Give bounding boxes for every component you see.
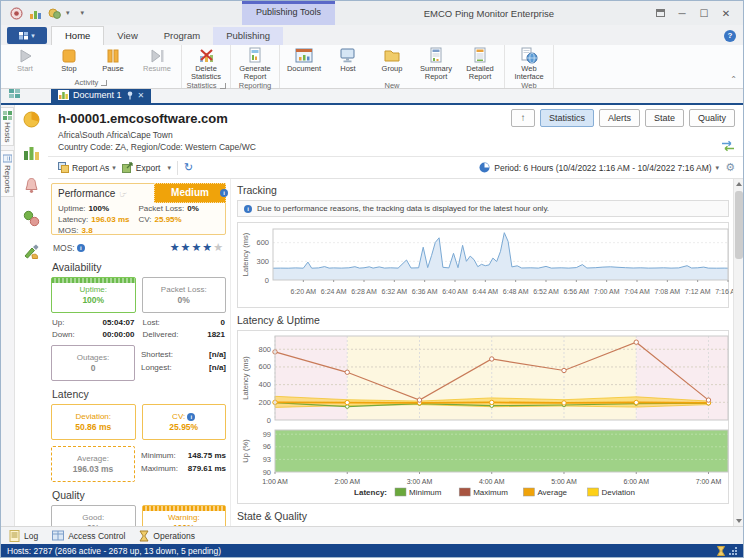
- delete-statistics-icon: [198, 47, 215, 64]
- uptime-box: Uptime:100%: [51, 277, 136, 313]
- new-group-button[interactable]: Group: [370, 46, 414, 81]
- view-button-quality[interactable]: Quality: [689, 109, 735, 127]
- ribbon-group-new: Document Host Group Summary Report Detai…: [280, 45, 505, 88]
- app-window: ▾ ▾ Publishing Tools EMCO Ping Monitor E…: [0, 0, 744, 558]
- new-summary-report-button[interactable]: Summary Report: [414, 46, 458, 81]
- state-dots-icon[interactable]: [23, 210, 40, 227]
- svg-text:400: 400: [258, 380, 271, 389]
- document-tab[interactable]: Document 1 ✕: [51, 87, 151, 103]
- side-tab-strip: Hosts Reports: [1, 105, 15, 526]
- sidebar-tab-reports[interactable]: Reports: [1, 150, 14, 197]
- statistics-qat-icon[interactable]: [28, 6, 42, 20]
- export-button[interactable]: Export▾: [122, 162, 171, 173]
- statistics-pie-icon[interactable]: [23, 111, 40, 128]
- bottom-tab-access-control[interactable]: Access Control: [52, 530, 125, 541]
- tab-program[interactable]: Program: [151, 27, 213, 45]
- summary-report-icon: [428, 47, 444, 64]
- activity-dialog-launcher-icon[interactable]: [101, 80, 107, 86]
- group-folder-icon: [383, 47, 401, 64]
- performance-card: Performance ☞ Medium i Uptime:100% Packe…: [51, 183, 226, 235]
- group-label-new: New: [384, 81, 399, 90]
- bottom-tab-operations[interactable]: Operations: [139, 530, 195, 542]
- scrollbar-thumb[interactable]: [735, 191, 743, 259]
- star-icon[interactable]: ★: [191, 241, 202, 253]
- svg-text:Deviation: Deviation: [602, 488, 635, 497]
- dock-panel-icon[interactable]: [9, 89, 21, 101]
- minimize-icon[interactable]: ─: [673, 5, 691, 21]
- collapse-ribbon-icon[interactable]: ⌃: [730, 75, 737, 84]
- star-icon[interactable]: ★: [181, 241, 192, 253]
- view-button-state[interactable]: State: [645, 109, 684, 127]
- sidebar-tab-hosts[interactable]: Hosts: [1, 107, 14, 146]
- resume-button[interactable]: Resume: [135, 46, 179, 77]
- ribbon-group-activity: Start Stop Pause Resume Activity: [1, 45, 182, 88]
- help-icon[interactable]: ?: [724, 30, 736, 42]
- svg-text:6:20 AM: 6:20 AM: [290, 288, 316, 295]
- resize-grip[interactable]: [729, 547, 737, 555]
- customize-qat-caret-icon[interactable]: ▾: [81, 9, 85, 17]
- close-icon[interactable]: ✕: [717, 5, 735, 21]
- document-tab-close-icon[interactable]: ✕: [138, 91, 145, 100]
- svg-text:6:56 AM: 6:56 AM: [563, 288, 589, 295]
- charts-scrollbar[interactable]: [733, 179, 743, 526]
- app-menu-grid-icon: [19, 32, 28, 40]
- history-refresh-icon[interactable]: ↻: [184, 161, 193, 174]
- alerts-bell-icon[interactable]: [23, 177, 40, 194]
- new-detailed-report-button[interactable]: Detailed Report: [458, 46, 502, 81]
- start-icon: [17, 47, 33, 64]
- scroll-up-icon[interactable]: [734, 179, 744, 189]
- average-latency-box: Average:196.03 ms: [51, 446, 135, 482]
- ribbon-display-options-icon[interactable]: [651, 5, 669, 21]
- document-tab-chart-icon: [58, 90, 69, 100]
- window-title: EMCO Ping Monitor Enterprise: [335, 8, 643, 19]
- star-icon[interactable]: ★: [213, 241, 224, 253]
- svg-text:2:00 AM: 2:00 AM: [334, 478, 360, 485]
- latency-uptime-heading: Latency & Uptime: [237, 314, 729, 326]
- access-control-icon: [52, 530, 64, 541]
- settings-gear-icon[interactable]: ⚙: [725, 161, 735, 174]
- tab-publishing[interactable]: Publishing: [213, 27, 283, 45]
- stop-button[interactable]: Stop: [47, 46, 91, 77]
- web-interface-button[interactable]: Web Interface: [507, 46, 551, 81]
- report-as-button[interactable]: Report As▾: [58, 162, 116, 173]
- cv-info-icon[interactable]: i: [187, 413, 195, 421]
- tracking-chart: 0300600Latency (ms)6:20 AM6:24 AM6:28 AM…: [237, 222, 729, 308]
- charts-bar-icon[interactable]: [23, 144, 40, 161]
- publish-qat-icon[interactable]: [47, 6, 61, 20]
- latency-uptime-chart-svg: 0200400600800Latency (ms)90939699Up (%)1…: [239, 332, 733, 500]
- go-to-parent-button[interactable]: ↑: [511, 109, 535, 127]
- quality-heading: Quality: [52, 489, 226, 501]
- new-host-button[interactable]: Host: [326, 46, 370, 81]
- latency-heading: Latency: [52, 388, 226, 400]
- tools-icon[interactable]: [23, 243, 40, 260]
- view-button-alerts[interactable]: Alerts: [599, 109, 640, 127]
- swap-panels-icon[interactable]: [721, 140, 735, 154]
- svg-text:7:08 AM: 7:08 AM: [654, 288, 680, 295]
- performance-info-icon[interactable]: i: [220, 189, 228, 197]
- contextual-tab-group-label: Publishing Tools: [242, 1, 335, 25]
- scroll-down-icon[interactable]: [734, 516, 744, 526]
- maximize-icon[interactable]: ☐: [695, 5, 713, 21]
- view-button-statistics[interactable]: Statistics: [540, 109, 594, 127]
- log-icon: [9, 530, 20, 542]
- start-button[interactable]: Start: [3, 46, 47, 77]
- bottom-tab-log[interactable]: Log: [9, 530, 38, 542]
- tab-home[interactable]: Home: [51, 26, 104, 45]
- pin-icon[interactable]: [126, 91, 134, 100]
- app-logo-icon[interactable]: [9, 6, 23, 20]
- star-icon[interactable]: ★: [170, 241, 181, 253]
- view-icon-gutter: [15, 105, 48, 526]
- pause-button[interactable]: Pause: [91, 46, 135, 77]
- svg-text:4:00 AM: 4:00 AM: [479, 478, 505, 485]
- star-icon[interactable]: ★: [202, 241, 213, 253]
- app-menu-button[interactable]: ▾: [7, 27, 47, 44]
- generate-report-button[interactable]: Generate Report: [233, 46, 277, 81]
- mos-info-icon[interactable]: i: [77, 244, 85, 252]
- statistics-dialog-launcher-icon[interactable]: [220, 83, 226, 89]
- tab-view[interactable]: View: [104, 27, 150, 45]
- publish-qat-caret-icon[interactable]: ▾: [66, 9, 70, 17]
- new-document-button[interactable]: Document: [282, 46, 326, 81]
- delete-statistics-button[interactable]: Delete Statistics: [184, 46, 228, 81]
- period-selector[interactable]: Period: 6 Hours (10/4/2022 1:16 AM - 10/…: [479, 162, 719, 173]
- svg-text:Latency:: Latency:: [354, 488, 387, 497]
